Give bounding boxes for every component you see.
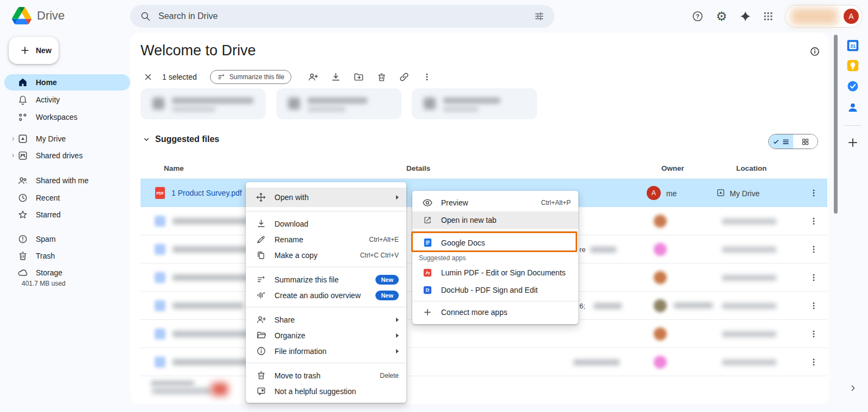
column-header-location[interactable]: Location — [736, 164, 767, 172]
list-view-button[interactable] — [769, 134, 793, 149]
sidebar-item-shared-with-me[interactable]: Shared with me — [4, 172, 130, 189]
details-fragment: 6; — [579, 302, 585, 310]
suggested-file-card[interactable] — [276, 88, 401, 119]
more-actions-button[interactable] — [419, 69, 435, 85]
expand-chevron-icon[interactable] — [10, 153, 16, 158]
trash-button[interactable] — [374, 69, 389, 85]
submenu-item-google-docs[interactable]: Google Docs — [412, 234, 578, 252]
redacted-file-icon — [424, 98, 436, 110]
side-panel-contacts-button[interactable] — [846, 101, 859, 114]
cloud-icon — [17, 267, 28, 278]
submenu-item-dochub[interactable]: D DocHub - PDF Sign and Edit — [412, 281, 578, 299]
menu-item-make-a-copy[interactable]: Make a copy Ctrl+C Ctrl+V — [246, 247, 406, 263]
menu-item-organize[interactable]: Organize — [246, 327, 406, 343]
expand-chevron-icon[interactable] — [10, 136, 16, 141]
redacted-text — [172, 107, 215, 112]
menu-item-summarize-this-file[interactable]: Summarize this file New — [246, 272, 406, 287]
hide-side-panel-button[interactable] — [848, 384, 857, 392]
redacted-file-icon — [212, 383, 228, 396]
sidebar-item-home[interactable]: Home — [4, 74, 130, 91]
sidebar-item-workspaces[interactable]: Workspaces — [4, 109, 130, 125]
menu-item-not-helpful-suggestion[interactable]: Not a helpful suggestion — [246, 383, 406, 399]
table-row[interactable] — [141, 348, 827, 376]
submenu-item-open-in-new-tab[interactable]: Open in new tab — [412, 211, 578, 229]
sidebar-item-spam[interactable]: Spam — [4, 231, 130, 247]
sidebar-item-activity[interactable]: Activity — [4, 92, 130, 108]
download-button[interactable] — [328, 69, 343, 85]
menu-item-create-audio-overview[interactable]: Create an audio overview New — [246, 287, 406, 303]
menu-item-share[interactable]: Share — [246, 312, 406, 327]
side-panel-keep-button[interactable] — [846, 59, 860, 73]
new-button[interactable]: New — [9, 37, 59, 64]
row-more-actions-button[interactable] — [807, 299, 820, 312]
row-more-actions-button[interactable] — [807, 356, 820, 369]
share-button[interactable] — [305, 69, 321, 85]
spam-icon — [17, 234, 28, 244]
new-button-label: New — [36, 46, 52, 55]
account-pill[interactable]: A — [785, 5, 863, 28]
menu-item-open-with[interactable]: Open with — [246, 188, 406, 207]
clear-selection-button[interactable] — [141, 69, 156, 85]
shortcut-label: Ctrl+C Ctrl+V — [360, 252, 399, 259]
menu-item-move-to-trash[interactable]: Move to trash Delete — [246, 368, 406, 383]
row-more-actions-button[interactable] — [807, 215, 820, 228]
submenu-item-preview[interactable]: Preview Ctrl+Alt+P — [412, 194, 578, 211]
row-more-actions-button[interactable] — [807, 327, 820, 340]
menu-item-rename[interactable]: Rename Ctrl+Alt+E — [246, 231, 406, 247]
get-add-ons-button[interactable] — [846, 136, 859, 149]
menu-item-file-information[interactable]: File information — [246, 343, 406, 359]
redacted-file-icon — [155, 244, 165, 255]
suggested-file-card[interactable] — [412, 88, 537, 119]
side-panel-calendar-button[interactable]: 31 — [846, 38, 860, 53]
sidebar-item-storage[interactable]: Storage — [4, 265, 130, 281]
column-header-name[interactable]: Name — [164, 164, 184, 172]
submenu-item-connect-more-apps[interactable]: Connect more apps — [412, 304, 578, 321]
settings-button[interactable]: ⚙ — [711, 5, 732, 27]
search-input[interactable] — [158, 11, 534, 21]
row-more-actions-button[interactable] — [807, 186, 820, 199]
move-to-folder-button[interactable] — [351, 69, 366, 85]
column-header-details[interactable]: Details — [406, 164, 430, 172]
submenu-item-lumin-pdf[interactable]: Lumin PDF - Edit or Sign Documents — [412, 264, 578, 281]
drive-logo[interactable]: Drive — [12, 7, 65, 24]
table-row[interactable] — [141, 376, 827, 404]
grid-view-button[interactable] — [793, 134, 818, 149]
chevron-right-icon — [848, 384, 857, 392]
avatar[interactable]: A — [844, 9, 859, 24]
side-panel-tasks-button[interactable] — [846, 80, 859, 93]
storage-used-label: 401.7 MB used — [22, 280, 66, 287]
help-button[interactable]: ? — [687, 5, 709, 27]
redacted-text — [308, 107, 346, 112]
gemini-button[interactable] — [735, 5, 756, 27]
sidebar-item-starred[interactable]: Starred — [4, 207, 130, 223]
sidebar-item-my-drive[interactable]: My Drive — [4, 131, 130, 147]
trash-icon — [376, 72, 387, 82]
table-header: Name Details Owner Location — [141, 160, 827, 179]
info-button[interactable] — [809, 46, 820, 57]
suggested-files-header[interactable]: Suggested files — [143, 134, 219, 144]
scrollbar[interactable] — [834, 35, 838, 214]
search-bar[interactable] — [130, 5, 554, 28]
owner-name: me — [666, 189, 676, 198]
row-more-actions-button[interactable] — [807, 243, 820, 256]
row-more-actions-button[interactable] — [807, 271, 820, 284]
menu-item-download[interactable]: Download — [246, 216, 406, 231]
drive-logo-icon — [12, 7, 31, 24]
search-options-icon[interactable] — [534, 11, 545, 22]
google-apps-button[interactable] — [757, 5, 779, 27]
suggested-file-card[interactable] — [141, 88, 266, 119]
copy-link-button[interactable] — [397, 69, 412, 85]
redacted-text — [573, 359, 620, 365]
lumin-pdf-icon — [422, 267, 433, 278]
person-add-icon — [256, 314, 266, 325]
gear-icon: ⚙ — [716, 10, 727, 23]
keep-icon — [846, 59, 860, 73]
clock-icon — [17, 192, 28, 203]
sidebar-item-recent[interactable]: Recent — [4, 190, 130, 206]
sidebar-item-trash[interactable]: Trash — [4, 248, 130, 264]
summarize-file-button[interactable]: Summarize this file — [210, 70, 291, 84]
column-header-owner[interactable]: Owner — [661, 164, 684, 172]
link-icon — [399, 72, 410, 82]
context-menu: Open with Download Rename Ctrl+Alt+E Mak… — [246, 182, 406, 403]
sidebar-item-shared-drives[interactable]: Shared drives — [4, 147, 130, 164]
